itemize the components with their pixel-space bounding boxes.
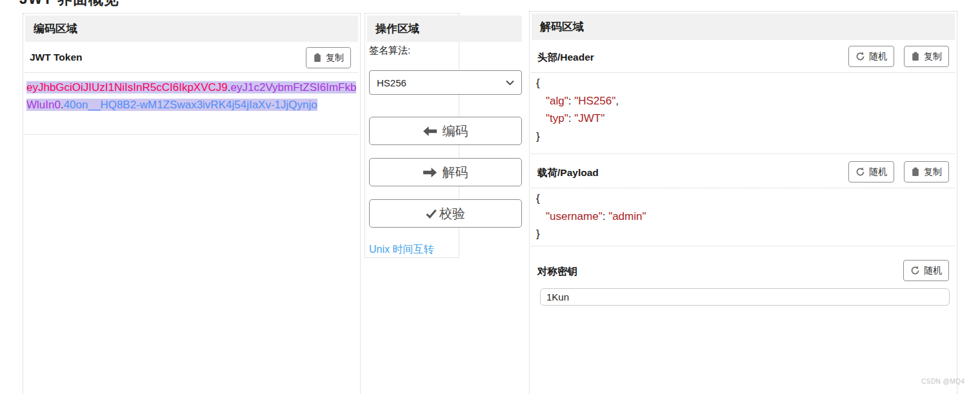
token-header-segment: eyJhbGciOiJIUzI1NiIsInR5cCI6IkpXVCJ9 xyxy=(26,81,228,94)
clipboard-icon xyxy=(911,52,920,61)
clipboard-icon xyxy=(911,167,920,177)
symmetric-key-input[interactable] xyxy=(540,288,950,306)
decode-separator-3 xyxy=(532,188,955,188)
algorithm-select[interactable]: HS256 xyxy=(369,70,522,95)
header-random-button[interactable]: 随机 xyxy=(848,46,894,67)
encode-panel-title: 编码区域 xyxy=(25,15,358,42)
header-copy-button[interactable]: 复制 xyxy=(904,46,949,67)
encode-button[interactable]: 编码 xyxy=(369,117,522,145)
json-line: "typ": "JWT" xyxy=(536,110,950,128)
header-copy-label: 复制 xyxy=(924,51,942,63)
algorithm-selected-value: HS256 xyxy=(377,77,406,88)
token-signature-segment: 40on__HQ8B2-wM1ZSwax3ivRK4j54jIaXv-1JjQy… xyxy=(64,99,317,111)
decode-panel-title: 解码区域 xyxy=(532,14,955,40)
header-random-label: 随机 xyxy=(869,51,887,63)
payload-section-label: 载荷/Payload xyxy=(537,166,599,180)
operate-panel: 操作区域 签名算法: HS256 编码 解码 校验 Unix 时间互转 xyxy=(365,13,459,258)
json-brace: } xyxy=(536,228,540,240)
refresh-icon xyxy=(855,52,865,61)
refresh-icon xyxy=(855,167,865,177)
arrow-left-icon xyxy=(423,126,437,136)
encode-separator-2 xyxy=(25,134,358,135)
token-dot-1: . xyxy=(228,81,231,94)
check-icon xyxy=(426,209,437,219)
payload-random-label: 随机 xyxy=(869,166,887,178)
algorithm-label: 签名算法: xyxy=(369,44,410,57)
refresh-icon xyxy=(910,266,920,275)
header-section-label: 头部/Header xyxy=(537,51,594,64)
chevron-down-icon xyxy=(506,80,514,86)
jwt-token-label: JWT Token xyxy=(30,52,83,63)
payload-copy-button[interactable]: 复制 xyxy=(904,161,949,182)
jwt-token-field[interactable]: eyJhbGciOiJIUzI1NiIsInR5cCI6IkpXVCJ9.eyJ… xyxy=(25,75,358,117)
encode-button-label: 编码 xyxy=(443,123,468,140)
decode-button[interactable]: 解码 xyxy=(369,158,522,186)
decode-panel: 解码区域 头部/Header 随机 复制 { "alg": "HS256", "… xyxy=(529,11,957,394)
page-heading: JWT 界面概览 xyxy=(19,0,119,9)
decode-button-label: 解码 xyxy=(443,164,468,181)
verify-button-label: 校验 xyxy=(439,205,465,222)
arrow-right-icon xyxy=(423,168,437,177)
json-brace: } xyxy=(536,130,540,143)
token-dot-2: . xyxy=(61,99,64,111)
clipboard-icon xyxy=(313,53,322,63)
json-brace: { xyxy=(536,77,540,89)
header-json-field[interactable]: { "alg": "HS256", "typ": "JWT" } xyxy=(536,74,950,145)
encode-separator-1 xyxy=(25,72,358,73)
unix-time-link[interactable]: Unix 时间互转 xyxy=(369,243,437,257)
json-line: "alg": "HS256", xyxy=(536,92,950,110)
decode-separator-1 xyxy=(532,72,955,73)
payload-copy-label: 复制 xyxy=(924,166,942,178)
token-copy-button[interactable]: 复制 xyxy=(306,47,351,68)
decode-separator-4 xyxy=(532,246,955,246)
encode-panel: 编码区域 JWT Token 复制 eyJhbGciOiJIUzI1NiIsIn… xyxy=(23,13,361,394)
decode-separator-2 xyxy=(532,153,955,154)
key-random-label: 随机 xyxy=(924,265,942,277)
verify-button[interactable]: 校验 xyxy=(369,199,522,228)
token-copy-label: 复制 xyxy=(326,52,344,64)
key-random-button[interactable]: 随机 xyxy=(903,260,949,281)
watermark: CSDN @MQ4 xyxy=(921,378,965,385)
payload-random-button[interactable]: 随机 xyxy=(848,161,894,182)
operate-panel-title: 操作区域 xyxy=(367,15,522,42)
json-line: "username": "admin" xyxy=(536,208,950,226)
symmetric-key-label: 对称密钥 xyxy=(537,265,577,279)
json-brace: { xyxy=(536,192,540,204)
payload-json-field[interactable]: { "username": "admin" } xyxy=(536,190,950,243)
